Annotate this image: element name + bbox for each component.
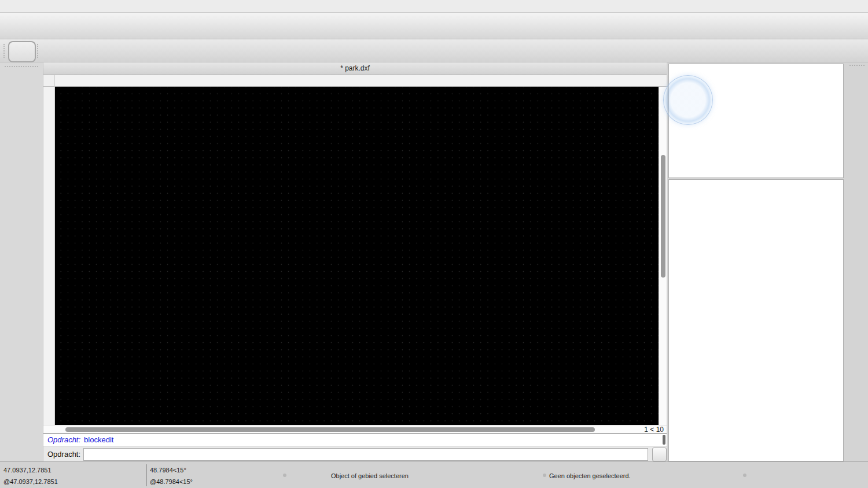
- ruler-corner: [43, 75, 55, 87]
- vertical-ruler: [43, 87, 55, 425]
- secondary-toolbar: [0, 39, 868, 62]
- status-bar: 47.0937,12.7851 @47.0937,12.7851 48.7984…: [0, 461, 868, 488]
- layer-list-panel: [668, 179, 844, 461]
- status-indicator-dot: [743, 474, 746, 477]
- dock-handle: [849, 65, 865, 68]
- command-input[interactable]: [83, 448, 648, 461]
- command-history-label: Opdracht:: [47, 435, 80, 444]
- status-hint: Object of gebied selecteren: [331, 472, 409, 479]
- statusbar-divider: [146, 464, 147, 486]
- coordinate-relative: @47.0937,12.7851: [3, 478, 58, 485]
- status-indicator-dot: [283, 474, 286, 477]
- drawing-canvas[interactable]: [55, 87, 659, 425]
- vertical-scrollbar-thumb[interactable]: [661, 155, 665, 278]
- document-title: * park.dxf: [43, 64, 667, 72]
- polar-relative: @48.7984<15°: [150, 478, 193, 485]
- horizontal-ruler: [55, 75, 667, 87]
- selection-tool-button[interactable]: [8, 41, 36, 62]
- dock-toggle-strip: [846, 62, 868, 461]
- grid-spacing-label: 1 < 10: [644, 426, 664, 434]
- toolbar-handle: [3, 44, 7, 58]
- application-window: * park.dxf 1 < 10 Opdracht:blockedit Opd…: [0, 0, 868, 488]
- command-prompt-label: Opdracht:: [47, 450, 80, 459]
- horizontal-scrollbar[interactable]: 1 < 10: [43, 425, 667, 433]
- palette-handle: [5, 66, 38, 69]
- toolbar-handle: [37, 44, 41, 58]
- command-options-button[interactable]: [652, 448, 667, 461]
- vertical-scrollbar[interactable]: [659, 87, 667, 425]
- command-history: Opdracht:blockedit: [43, 433, 667, 446]
- command-history-value: blockedit: [84, 435, 113, 444]
- history-scrollbar-thumb[interactable]: [663, 435, 665, 445]
- polar-absolute: 48.7984<15°: [150, 467, 186, 474]
- block-list-panel: [668, 64, 844, 178]
- main-toolbar: [0, 13, 868, 39]
- tool-palette: [0, 62, 43, 461]
- coordinate-absolute: 47.0937,12.7851: [3, 467, 52, 474]
- document-titlebar[interactable]: * park.dxf: [43, 62, 667, 75]
- status-indicator-dot: [543, 474, 546, 477]
- selection-status: Geen objecten geselecteerd.: [549, 472, 631, 479]
- command-input-row: Opdracht:: [43, 446, 667, 462]
- horizontal-scrollbar-thumb[interactable]: [65, 427, 595, 432]
- menu-bar: [0, 0, 868, 13]
